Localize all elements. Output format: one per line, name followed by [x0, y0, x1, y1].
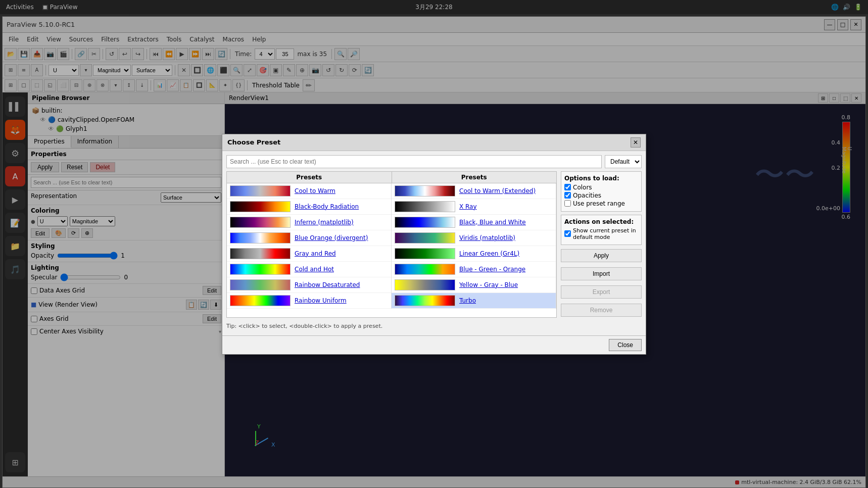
- dialog-dropdown[interactable]: Default: [605, 155, 642, 168]
- dialog-search-row: Default: [226, 155, 642, 168]
- preset-list-header: Presets Presets: [227, 172, 556, 183]
- list-item[interactable]: Gray and Red: [227, 246, 391, 262]
- dialog-titlebar: Choose Preset ✕: [222, 134, 646, 151]
- preset-name[interactable]: Rainbow Desaturated: [295, 281, 360, 288]
- list-item[interactable]: Black, Blue and White: [392, 215, 556, 230]
- choose-preset-dialog: Choose Preset ✕ Default Presets Presets: [222, 134, 646, 355]
- preset-swatch: [230, 185, 291, 197]
- preset-rows: Cool to WarmBlack-Body RadiationInferno …: [227, 183, 556, 309]
- import-button[interactable]: Import: [561, 267, 642, 280]
- preset-swatch: [395, 279, 455, 290]
- preset-name[interactable]: Rainbow Uniform: [295, 297, 347, 304]
- option-opacities: Opacities: [564, 192, 638, 199]
- preset-name[interactable]: Yellow - Gray - Blue: [459, 281, 518, 288]
- col1-header: Presets: [227, 172, 392, 183]
- opacities-label: Opacities: [573, 192, 601, 199]
- preset-range-label: Use preset range: [573, 200, 625, 207]
- preset-name[interactable]: Cold and Hot: [295, 266, 334, 273]
- preset-swatch: [395, 185, 455, 197]
- list-item[interactable]: Turbo: [392, 293, 556, 309]
- preset-swatch: [395, 232, 455, 243]
- preset-name[interactable]: Blue Orange (divergent): [295, 234, 368, 241]
- dialog-search-input[interactable]: [226, 155, 602, 168]
- options-title: Options to load:: [564, 175, 638, 182]
- list-item[interactable]: Inferno (matplotlib): [227, 215, 391, 230]
- list-item[interactable]: Cool to Warm (Extended): [392, 183, 556, 199]
- preset-name[interactable]: Cool to Warm (Extended): [459, 187, 536, 194]
- export-button[interactable]: Export: [561, 285, 642, 299]
- close-dialog-button[interactable]: Close: [609, 339, 642, 351]
- opacities-checkbox[interactable]: [564, 192, 571, 199]
- preset-swatch: [230, 232, 291, 243]
- preset-name[interactable]: Turbo: [459, 297, 476, 304]
- list-item[interactable]: Cold and Hot: [227, 262, 391, 277]
- apply-preset-button[interactable]: Apply: [561, 249, 642, 262]
- options-panel: Options to load: Colors Opacities Use pr…: [561, 171, 642, 318]
- preset-swatch: [230, 248, 291, 259]
- option-preset-range: Use preset range: [564, 200, 638, 207]
- preset-name[interactable]: X Ray: [459, 203, 477, 210]
- preset-swatch: [395, 295, 455, 306]
- modal-overlay: Choose Preset ✕ Default Presets Presets: [0, 0, 868, 488]
- preset-swatch: [230, 295, 291, 306]
- option-colors: Colors: [564, 184, 638, 191]
- colors-checkbox[interactable]: [564, 184, 571, 190]
- preset-swatch: [230, 217, 291, 228]
- dialog-close-button[interactable]: ✕: [631, 137, 641, 148]
- preset-list: Presets Presets Cool to WarmBlack-Body R…: [226, 171, 557, 318]
- preset-column-right: Cool to Warm (Extended)X RayBlack, Blue …: [392, 183, 556, 309]
- list-item[interactable]: X Ray: [392, 199, 556, 215]
- preset-swatch: [230, 201, 291, 212]
- show-preset-label: Show current preset in default mode: [573, 227, 638, 240]
- dialog-footer: Close: [222, 335, 646, 354]
- list-item[interactable]: Blue Orange (divergent): [227, 230, 391, 246]
- options-section: Options to load: Colors Opacities Use pr…: [561, 171, 642, 212]
- preset-range-checkbox[interactable]: [564, 200, 571, 207]
- list-item[interactable]: Yellow - Gray - Blue: [392, 277, 556, 293]
- colors-label: Colors: [573, 184, 592, 191]
- preset-swatch: [230, 264, 291, 275]
- remove-button[interactable]: Remove: [561, 304, 642, 317]
- list-item[interactable]: Cool to Warm: [227, 183, 391, 199]
- preset-swatch: [395, 217, 455, 228]
- list-item[interactable]: Viridis (matplotlib): [392, 230, 556, 246]
- preset-name[interactable]: Black-Body Radiation: [295, 203, 359, 210]
- dialog-body: Default Presets Presets Cool to WarmBlac…: [222, 151, 646, 335]
- list-item[interactable]: Black-Body Radiation: [227, 199, 391, 215]
- preset-name[interactable]: Inferno (matplotlib): [295, 219, 354, 226]
- preset-column-left: Cool to WarmBlack-Body RadiationInferno …: [227, 183, 392, 309]
- dialog-title: Choose Preset: [227, 138, 280, 146]
- actions-title: Actions on selected:: [564, 218, 638, 225]
- preset-swatch: [395, 248, 455, 259]
- show-preset-checkbox[interactable]: [564, 230, 571, 237]
- actions-section: Actions on selected: Show current preset…: [561, 215, 642, 245]
- preset-name[interactable]: Cool to Warm: [295, 187, 335, 194]
- list-item[interactable]: Blue - Green - Orange: [392, 262, 556, 277]
- preset-name[interactable]: Gray and Red: [295, 250, 336, 257]
- preset-swatch: [230, 279, 291, 290]
- preset-name[interactable]: Viridis (matplotlib): [459, 234, 515, 241]
- preset-name[interactable]: Black, Blue and White: [459, 219, 526, 226]
- col2-header: Presets: [392, 172, 557, 183]
- preset-name[interactable]: Blue - Green - Orange: [459, 266, 525, 273]
- preset-swatch: [395, 264, 455, 275]
- list-item[interactable]: Rainbow Desaturated: [227, 277, 391, 293]
- preset-swatch: [395, 201, 455, 212]
- show-current-preset-row: Show current preset in default mode: [564, 227, 638, 240]
- dialog-tip: Tip: <click> to select, <double-click> t…: [226, 321, 642, 331]
- preset-name[interactable]: Linear Green (Gr4L): [459, 250, 519, 257]
- list-item[interactable]: Linear Green (Gr4L): [392, 246, 556, 262]
- list-item[interactable]: Rainbow Uniform: [227, 293, 391, 309]
- dialog-main: Presets Presets Cool to WarmBlack-Body R…: [226, 171, 642, 318]
